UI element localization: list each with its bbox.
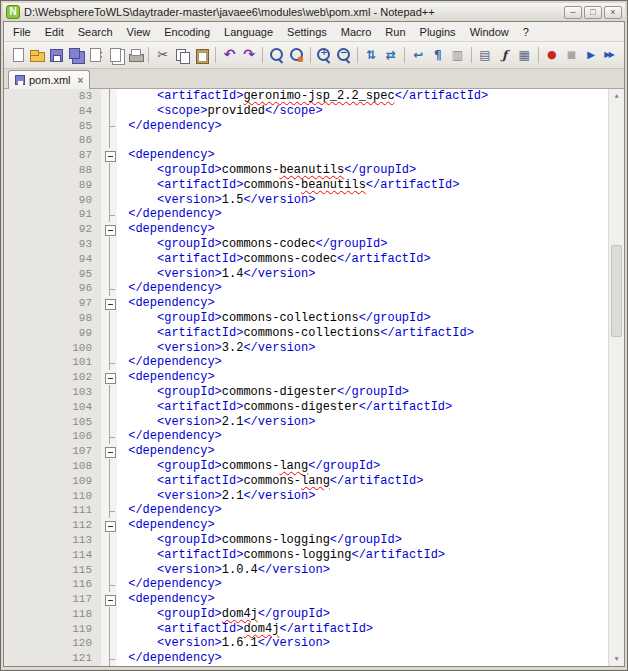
scroll-thumb[interactable] bbox=[611, 245, 622, 337]
code-line-92[interactable]: 92<dependency> bbox=[4, 222, 608, 237]
code-line-85[interactable]: 85</dependency> bbox=[4, 119, 608, 134]
bookmark-margin[interactable] bbox=[4, 385, 20, 400]
bookmark-margin[interactable] bbox=[4, 89, 20, 104]
menu-item-edit[interactable]: Edit bbox=[38, 23, 71, 41]
menu-item-help[interactable]: ? bbox=[516, 23, 536, 41]
scroll-down-button[interactable]: ▼ bbox=[609, 652, 624, 666]
code-line-108[interactable]: 108<groupId>commons-lang</groupId> bbox=[4, 459, 608, 474]
code-line-87[interactable]: 87<dependency> bbox=[4, 148, 608, 163]
code-line-117[interactable]: 117<dependency> bbox=[4, 592, 608, 607]
menu-item-language[interactable]: Language bbox=[217, 23, 280, 41]
code-line-103[interactable]: 103<groupId>commons-digester</groupId> bbox=[4, 385, 608, 400]
bookmark-margin[interactable] bbox=[4, 415, 20, 430]
code-line-90[interactable]: 90<version>1.5</version> bbox=[4, 193, 608, 208]
bookmark-margin[interactable] bbox=[4, 222, 20, 237]
save-all-button[interactable] bbox=[67, 44, 86, 66]
code-line-100[interactable]: 100<version>3.2</version> bbox=[4, 341, 608, 356]
maximize-button[interactable]: □ bbox=[584, 6, 602, 19]
bookmark-margin[interactable] bbox=[4, 592, 20, 607]
code-line-86[interactable]: 86 bbox=[4, 133, 608, 148]
bookmark-margin[interactable] bbox=[4, 563, 20, 578]
code-line-112[interactable]: 112<dependency> bbox=[4, 518, 608, 533]
bookmark-margin[interactable] bbox=[4, 311, 20, 326]
bookmark-margin[interactable] bbox=[4, 444, 20, 459]
close-button[interactable]: × bbox=[604, 6, 622, 19]
zoom-in-button[interactable]: + bbox=[315, 44, 334, 66]
bookmark-margin[interactable] bbox=[4, 163, 20, 178]
tab-pom.xml[interactable]: pom.xml× bbox=[8, 70, 90, 89]
bookmark-margin[interactable] bbox=[4, 533, 20, 548]
copy-button[interactable] bbox=[173, 44, 192, 66]
fold-collapse-toggle[interactable] bbox=[101, 518, 117, 533]
menu-item-file[interactable]: File bbox=[6, 23, 38, 41]
code-line-110[interactable]: 110<version>2.1</version> bbox=[4, 489, 608, 504]
code-line-113[interactable]: 113<groupId>commons-logging</groupId> bbox=[4, 533, 608, 548]
vertical-scrollbar[interactable]: ▲ ▼ bbox=[608, 89, 624, 666]
code-line-83[interactable]: 83<artifactId>geronimo-jsp_2.2_spec</art… bbox=[4, 89, 608, 104]
code-line-120[interactable]: 120<version>1.6.1</version> bbox=[4, 636, 608, 651]
menu-item-settings[interactable]: Settings bbox=[280, 23, 334, 41]
code-area[interactable]: 83<artifactId>geronimo-jsp_2.2_spec</art… bbox=[4, 89, 608, 666]
code-line-104[interactable]: 104<artifactId>commons-digester</artifac… bbox=[4, 400, 608, 415]
close-all-button[interactable]: × bbox=[106, 44, 125, 66]
bookmark-margin[interactable] bbox=[4, 474, 20, 489]
code-line-109[interactable]: 109<artifactId>commons-lang</artifactId> bbox=[4, 474, 608, 489]
sync-horizontal-button[interactable]: ⇄ bbox=[381, 44, 400, 66]
bookmark-margin[interactable] bbox=[4, 636, 20, 651]
menu-item-window[interactable]: Window bbox=[463, 23, 516, 41]
fold-collapse-toggle[interactable] bbox=[101, 296, 117, 311]
bookmark-margin[interactable] bbox=[4, 651, 20, 666]
bookmark-margin[interactable] bbox=[4, 104, 20, 119]
menu-item-search[interactable]: Search bbox=[71, 23, 120, 41]
find-button[interactable] bbox=[267, 44, 286, 66]
paste-button[interactable] bbox=[193, 44, 212, 66]
fold-collapse-toggle[interactable] bbox=[101, 444, 117, 459]
bookmark-margin[interactable] bbox=[4, 548, 20, 563]
code-line-106[interactable]: 106</dependency> bbox=[4, 429, 608, 444]
bookmark-margin[interactable] bbox=[4, 577, 20, 592]
replace-button[interactable] bbox=[287, 44, 306, 66]
bookmark-margin[interactable] bbox=[4, 119, 20, 134]
code-line-119[interactable]: 119<artifactId>dom4j</artifactId> bbox=[4, 622, 608, 637]
code-line-115[interactable]: 115<version>1.0.4</version> bbox=[4, 563, 608, 578]
menu-item-view[interactable]: View bbox=[120, 23, 158, 41]
bookmark-margin[interactable] bbox=[4, 252, 20, 267]
word-wrap-button[interactable]: ↩ bbox=[409, 44, 428, 66]
sync-vertical-button[interactable]: ⇅ bbox=[362, 44, 381, 66]
macro-run-multiple-button[interactable]: ▶▶ bbox=[601, 44, 620, 66]
show-all-characters-button[interactable]: ¶ bbox=[429, 44, 448, 66]
bookmark-margin[interactable] bbox=[4, 370, 20, 385]
macro-stop-button[interactable]: ■ bbox=[562, 44, 581, 66]
code-line-121[interactable]: 121</dependency> bbox=[4, 651, 608, 666]
tab-close-icon[interactable]: × bbox=[78, 75, 84, 86]
menu-item-run[interactable]: Run bbox=[378, 23, 412, 41]
editor[interactable]: 83<artifactId>geronimo-jsp_2.2_spec</art… bbox=[4, 89, 624, 666]
folder-as-workspace-button[interactable]: ▦ bbox=[515, 44, 534, 66]
bookmark-margin[interactable] bbox=[4, 489, 20, 504]
cut-button[interactable]: ✂ bbox=[153, 44, 172, 66]
bookmark-margin[interactable] bbox=[4, 281, 20, 296]
bookmark-margin[interactable] bbox=[4, 326, 20, 341]
zoom-out-button[interactable]: − bbox=[334, 44, 353, 66]
new-file-button[interactable] bbox=[8, 44, 27, 66]
bookmark-margin[interactable] bbox=[4, 341, 20, 356]
menu-item-encoding[interactable]: Encoding bbox=[157, 23, 217, 41]
code-line-99[interactable]: 99<artifactId>commons-collections</artif… bbox=[4, 326, 608, 341]
code-line-95[interactable]: 95<version>1.4</version> bbox=[4, 267, 608, 282]
redo-button[interactable]: ↷ bbox=[240, 44, 259, 66]
code-line-89[interactable]: 89<artifactId>commons-beanutils</artifac… bbox=[4, 178, 608, 193]
save-button[interactable] bbox=[47, 44, 66, 66]
code-line-102[interactable]: 102<dependency> bbox=[4, 370, 608, 385]
bookmark-margin[interactable] bbox=[4, 429, 20, 444]
fold-collapse-toggle[interactable] bbox=[101, 148, 117, 163]
bookmark-margin[interactable] bbox=[4, 178, 20, 193]
bookmark-margin[interactable] bbox=[4, 296, 20, 311]
titlebar[interactable]: N D:\WebsphereToWLS\daytrader-master\jav… bbox=[3, 3, 625, 21]
bookmark-margin[interactable] bbox=[4, 207, 20, 222]
function-list-button[interactable]: ƒ bbox=[495, 44, 514, 66]
undo-button[interactable]: ↶ bbox=[220, 44, 239, 66]
code-line-88[interactable]: 88<groupId>commons-beanutils</groupId> bbox=[4, 163, 608, 178]
print-button[interactable] bbox=[126, 44, 145, 66]
code-line-91[interactable]: 91</dependency> bbox=[4, 207, 608, 222]
bookmark-margin[interactable] bbox=[4, 193, 20, 208]
